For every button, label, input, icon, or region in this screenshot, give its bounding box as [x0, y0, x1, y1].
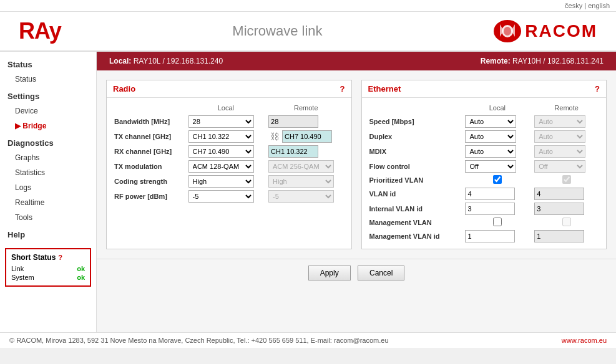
- sidebar-section-settings[interactable]: Settings: [0, 87, 96, 103]
- content-area: Local: RAY10L / 192.168.131.240 Remote: …: [97, 52, 616, 332]
- sidebar-item-tools[interactable]: Tools: [0, 210, 96, 225]
- duplex-local[interactable]: AutoFullHalf: [462, 129, 532, 144]
- footer: © RACOM, Mirova 1283, 592 31 Nove Mesto …: [0, 332, 616, 348]
- mdix-local[interactable]: Auto: [462, 144, 532, 159]
- table-row: TX modulation ACM 128-QAM ACM 256-QAM: [112, 159, 346, 174]
- local-value: RAY10L / 192.168.131.240: [134, 57, 223, 65]
- lang-english[interactable]: english: [588, 2, 610, 9]
- table-row: Management VLAN: [367, 216, 602, 229]
- svg-point-4: [504, 27, 511, 36]
- mgmt-vlan-remote-checkbox: [562, 218, 571, 226]
- ethernet-help-icon[interactable]: ?: [595, 84, 600, 93]
- duplex-remote: Auto: [532, 129, 601, 144]
- mdix-local-select[interactable]: Auto: [465, 145, 516, 158]
- mdix-remote: Auto: [532, 144, 601, 159]
- tx-channel-remote-input: [282, 130, 332, 143]
- actions-bar: Apply Cancel: [97, 259, 616, 287]
- radio-panel-header: Radio ?: [107, 80, 351, 98]
- bandwidth-remote: [266, 114, 346, 129]
- prio-vlan-remote-checkbox: [562, 175, 571, 184]
- table-row: VLAN id: [367, 186, 602, 201]
- short-status-header: Short Status ?: [11, 253, 85, 262]
- internal-vlan-id-local-input[interactable]: [465, 203, 515, 215]
- radio-panel-content: Local Remote Bandwidth [MHz] 28147: [107, 98, 351, 209]
- radio-col-blank: [112, 103, 186, 114]
- speed-local[interactable]: Auto10010: [462, 114, 532, 129]
- sidebar-section-diagnostics[interactable]: Diagnostics: [0, 133, 96, 150]
- prio-vlan-local-checkbox[interactable]: [493, 175, 502, 184]
- eth-col-remote: Remote: [532, 103, 601, 114]
- mgmt-vlan-local[interactable]: [462, 216, 532, 229]
- apply-button[interactable]: Apply: [308, 266, 351, 280]
- vlan-id-remote: [532, 186, 601, 201]
- short-status-help[interactable]: ?: [58, 254, 62, 261]
- vlan-id-local[interactable]: [462, 186, 532, 201]
- coding-strength-remote: High: [266, 174, 346, 189]
- header: RAy Microwave link RACOM: [0, 12, 616, 52]
- cancel-button[interactable]: Cancel: [358, 266, 404, 280]
- racom-logo: RACOM: [494, 20, 597, 42]
- short-status-link-value[interactable]: ok: [77, 265, 85, 272]
- footer-link[interactable]: www.racom.eu: [562, 337, 607, 344]
- vlan-id-local-input[interactable]: [465, 188, 515, 200]
- bandwidth-local-select[interactable]: 28147: [188, 115, 254, 128]
- page-title: Microwave link: [232, 23, 322, 39]
- speed-remote-select: Auto: [534, 115, 585, 128]
- sidebar-item-status[interactable]: Status: [0, 72, 96, 87]
- duplex-remote-select: Auto: [534, 130, 585, 143]
- rx-channel-local[interactable]: CH7 10.490: [186, 144, 266, 159]
- sidebar-item-bridge[interactable]: Bridge: [0, 118, 96, 133]
- flow-control-local[interactable]: OffOn: [462, 159, 532, 174]
- internal-vlan-id-remote: [532, 201, 601, 216]
- logo: RAy: [19, 18, 61, 44]
- panels-row: Radio ? Local Remote: [97, 70, 616, 259]
- local-label: Local:: [109, 57, 131, 65]
- mgmt-vlan-id-local-input[interactable]: [465, 230, 515, 242]
- tx-channel-local-select[interactable]: CH1 10.322: [188, 130, 254, 143]
- racom-brand: RACOM: [525, 21, 597, 41]
- prio-vlan-remote: [532, 174, 601, 186]
- lang-czech[interactable]: česky: [565, 2, 582, 9]
- internal-vlan-id-local[interactable]: [462, 201, 532, 216]
- tx-modulation-local[interactable]: ACM 128-QAM: [186, 159, 266, 174]
- radio-help-icon[interactable]: ?: [340, 84, 345, 93]
- rx-channel-local-select[interactable]: CH7 10.490: [188, 145, 254, 158]
- short-status-system-row: System ok: [11, 273, 85, 282]
- sidebar-item-device[interactable]: Device: [0, 103, 96, 118]
- table-row: MDIX Auto Auto: [367, 144, 602, 159]
- sidebar-item-graphs[interactable]: Graphs: [0, 150, 96, 165]
- rf-power-local[interactable]: -505: [186, 189, 266, 204]
- sidebar-item-statistics[interactable]: Statistics: [0, 165, 96, 180]
- coding-strength-remote-select: High: [268, 175, 334, 188]
- table-row: Coding strength HighNormal High: [112, 174, 346, 189]
- speed-remote: Auto: [532, 114, 601, 129]
- table-row: RF power [dBm] -505 -5: [112, 189, 346, 204]
- speed-local-select[interactable]: Auto10010: [465, 115, 516, 128]
- prio-vlan-local[interactable]: [462, 174, 532, 186]
- mdix-remote-select: Auto: [534, 145, 585, 158]
- mgmt-vlan-id-local[interactable]: [462, 229, 532, 244]
- tx-channel-local[interactable]: CH1 10.322: [186, 129, 266, 144]
- mgmt-vlan-local-checkbox[interactable]: [493, 218, 502, 226]
- lang-bar: česky | english: [0, 0, 616, 12]
- sidebar-item-realtime[interactable]: Realtime: [0, 195, 96, 210]
- sidebar-section-status[interactable]: Status: [0, 55, 96, 72]
- duplex-local-select[interactable]: AutoFullHalf: [465, 130, 516, 143]
- sidebar-item-logs[interactable]: Logs: [0, 180, 96, 195]
- coding-strength-local[interactable]: HighNormal: [186, 174, 266, 189]
- flow-control-remote-select: Off: [534, 160, 585, 173]
- bandwidth-local[interactable]: 28147: [186, 114, 266, 129]
- tx-modulation-local-select[interactable]: ACM 128-QAM: [188, 160, 254, 173]
- flow-control-remote: Off: [532, 159, 601, 174]
- short-status-system-value[interactable]: ok: [77, 274, 85, 281]
- ethernet-panel-header: Ethernet ?: [362, 80, 607, 98]
- sidebar-section-help[interactable]: Help: [0, 225, 96, 242]
- coding-strength-local-select[interactable]: HighNormal: [188, 175, 254, 188]
- radio-col-local: Local: [186, 103, 266, 114]
- internal-vlan-id-label: Internal VLAN id: [367, 201, 463, 216]
- main-layout: Status Status Settings Device Bridge Dia…: [0, 52, 616, 332]
- short-status-link-row: Link ok: [11, 264, 85, 273]
- rf-power-local-select[interactable]: -505: [188, 190, 254, 203]
- table-row: Flow control OffOn Off: [367, 159, 602, 174]
- flow-control-local-select[interactable]: OffOn: [465, 160, 516, 173]
